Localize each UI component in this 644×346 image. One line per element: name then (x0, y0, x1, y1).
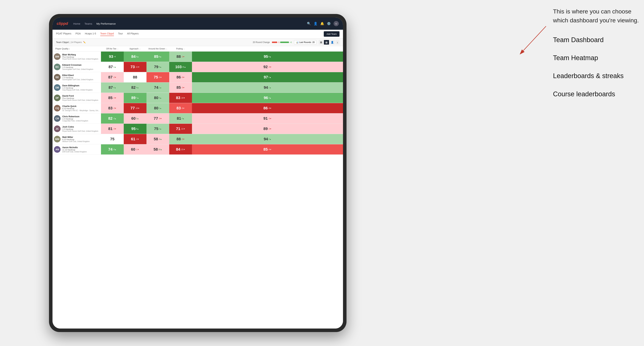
score-cell-putting: 96 3▲ (192, 93, 343, 103)
table-row[interactable]: JC Josh Coles 1-5 Handicap Royal North D… (52, 124, 343, 134)
player-info: Matt Miller 6-10 Handicap Woburn Golf Cl… (62, 136, 100, 142)
score-inner: 83 -6▼ (170, 103, 191, 113)
table-row[interactable]: DB Dave Billingham 1-5 Handicap Gog Mago… (52, 82, 343, 93)
score-value: 85 (176, 85, 181, 90)
score-inner: 60 -1▼ (124, 145, 146, 154)
score-inner: 85 -3▼ (170, 83, 191, 92)
score-change: -3▼ (181, 87, 184, 89)
player-cell: DB Dave Billingham 1-5 Handicap Gog Mago… (52, 82, 101, 93)
player-club: St. George's Hill GC - Weybridge - Surre… (62, 110, 100, 112)
player-handicap: Plus Handicap (62, 97, 100, 99)
score-cell-approach: 85 8▲ (146, 51, 169, 62)
score-change: -8▼ (268, 107, 272, 109)
sub-nav-all-players[interactable]: All Players (127, 32, 138, 36)
table-row[interactable]: MM Matt Miller 6-10 Handicap Woburn Golf… (52, 134, 343, 144)
score-value: 58 (154, 147, 158, 152)
score-inner: 87 4▲ (102, 83, 123, 92)
col-header-approach[interactable]: Approach — (124, 46, 146, 51)
player-avatar: EE (54, 74, 60, 81)
person-icon[interactable]: 👤 (314, 22, 318, 25)
score-value: 75 (110, 137, 114, 141)
score-inner: 86 -8▼ (193, 103, 342, 113)
table-row[interactable]: DF David Ford Plus Handicap Royal North … (52, 93, 343, 103)
view-grid-button[interactable]: ⊞ (319, 40, 324, 44)
nav-link-teams[interactable]: Teams (84, 22, 92, 25)
view-download-button[interactable]: ↓ (336, 40, 340, 44)
score-value: 60 (131, 147, 135, 152)
score-value: 83 (176, 96, 180, 100)
annotation-arrow (518, 23, 553, 58)
player-info: Dave Billingham 1-5 Handicap Gog Magog G… (62, 84, 100, 91)
col-header-around[interactable]: Around the Green — (146, 46, 169, 51)
player-cell: EE Elliot Ebert 1-5 Handicap Sunningdale… (52, 72, 101, 82)
score-cell-tee: 95 8▲ (124, 124, 146, 134)
score-inner: 89 -2▼ (193, 124, 342, 134)
player-cell: AN Aaron Nicholls 11-15 Handicap Drift G… (52, 144, 101, 155)
sub-nav-team-clippd[interactable]: Team Clippd (100, 32, 114, 36)
table-row[interactable]: EE Elliot Ebert 1-5 Handicap Sunningdale… (52, 72, 343, 82)
annotation-intro: This is where you can choose which dashb… (553, 7, 640, 25)
score-change: -11▼ (135, 66, 140, 68)
edit-icon[interactable]: ✏️ (83, 41, 86, 43)
annotation-leaderboards: Leaderboards & streaks (553, 71, 640, 81)
table-header-row: Player Quality ▾ Off the Tee — Approach … (52, 46, 343, 51)
score-change: 5▲ (268, 76, 271, 78)
player-info: Charlie Quick 6-10 Handicap St. George's… (62, 105, 100, 112)
score-value: 80 (154, 96, 158, 100)
table-row[interactable]: AN Aaron Nicholls 11-15 Handicap Drift G… (52, 144, 343, 155)
score-cell-around: 83 -10▼ (169, 93, 192, 103)
table-row[interactable]: CR Chris Robertson 1-5 Handicap Craigmil… (52, 113, 343, 124)
last-rounds-button[interactable]: 📊 Last Rounds: 20 (294, 40, 316, 44)
score-change: -3▼ (158, 118, 162, 120)
score-cell-putting: 85 -4▼ (192, 144, 343, 155)
table-row[interactable]: EC Edward Crossman 1-5 Handicap Sunningd… (52, 62, 343, 72)
score-inner: 88 -1▼ (170, 52, 191, 61)
col-header-tee[interactable]: Off the Tee — (101, 46, 124, 51)
nav-link-home[interactable]: Home (73, 22, 80, 25)
score-cell-around: 86 -6▼ (169, 72, 192, 82)
score-cell-player_quality: 75 (101, 134, 124, 144)
score-inner: 103 15▲ (170, 62, 191, 72)
score-change: 3▲ (159, 97, 162, 99)
score-value: 81 (108, 127, 112, 131)
score-change: 1▲ (114, 66, 116, 68)
player-handicap: 1-5 Handicap (62, 66, 100, 68)
view-person-button[interactable]: 👤 (329, 40, 335, 44)
score-cell-player_quality: 74 -8▲ (101, 144, 124, 155)
team-bar-right: 20 Round Change -5 +5 📊 Last Rounds: 20 … (253, 40, 340, 44)
team-count: | 14 Players (70, 41, 82, 43)
nav-link-performance[interactable]: My Performance (96, 22, 116, 25)
sub-nav-pgat[interactable]: PGAT Players (56, 32, 71, 36)
score-change: -3▼ (113, 97, 116, 99)
score-cell-around: 103 15▲ (169, 62, 192, 72)
sub-nav-tour[interactable]: Tour (118, 32, 123, 36)
player-handicap: 1-5 Handicap (62, 128, 100, 130)
table-row[interactable]: CQ Charlie Quick 6-10 Handicap St. Georg… (52, 103, 343, 113)
score-change: -4▲ (158, 138, 162, 140)
add-team-button[interactable]: Add Team (324, 31, 340, 37)
score-inner: 93 +4 (102, 52, 123, 61)
sub-nav-hcaps[interactable]: Hcaps 1-5 (85, 32, 96, 36)
notifications-icon[interactable]: 🔔 (320, 22, 324, 25)
nav-icons: 🔍 👤 🔔 ⚙️ U (307, 21, 339, 26)
view-heat-button[interactable]: ▦ (324, 40, 329, 44)
score-change: -21▼ (181, 149, 185, 151)
avatar[interactable]: U (334, 21, 339, 26)
table-row[interactable]: BM Blair McHarg Plus Handicap Royal Nort… (52, 51, 343, 62)
player-club: Craigmillar Park, United Kingdom (62, 120, 100, 122)
score-cell-player_quality: 85 -3▼ (101, 93, 124, 103)
change-neg: -5 (278, 41, 280, 43)
score-inner: 88 (124, 72, 146, 82)
score-value: 84 (131, 54, 136, 59)
player-handicap: 1-5 Handicap (62, 118, 100, 120)
sub-nav-pga[interactable]: PGA (76, 32, 81, 36)
score-change: 10▲ (158, 149, 162, 151)
settings-icon[interactable]: ⚙️ (327, 22, 331, 25)
col-header-putting[interactable]: Putting — (169, 46, 192, 51)
last-rounds-val: 20 (312, 41, 315, 43)
change-bar-green (280, 42, 289, 43)
score-cell-putting: 91 -3▼ (192, 113, 343, 124)
col-header-player[interactable]: Player Quality ▾ (52, 46, 101, 51)
search-icon[interactable]: 🔍 (307, 22, 311, 25)
data-table: Player Quality ▾ Off the Tee — Approach … (52, 46, 343, 155)
